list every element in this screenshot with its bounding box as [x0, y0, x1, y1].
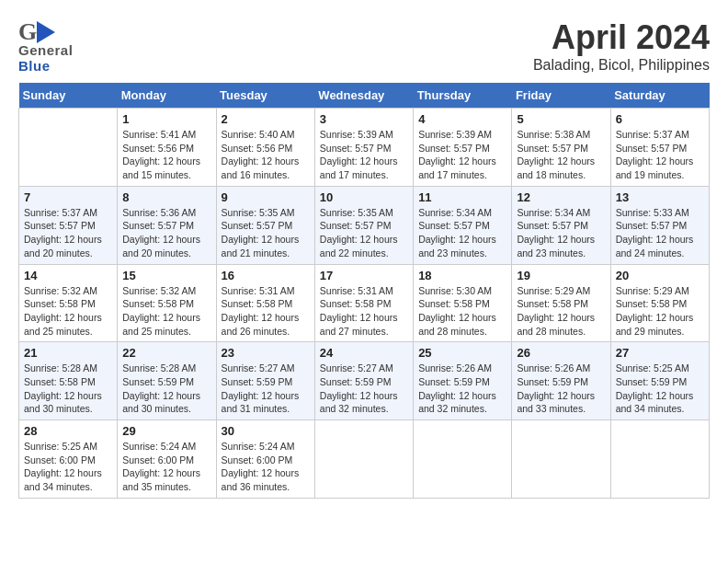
calendar-cell: 23Sunrise: 5:27 AMSunset: 5:59 PMDayligh… [216, 342, 314, 420]
calendar-cell: 11Sunrise: 5:34 AMSunset: 5:57 PMDayligh… [414, 186, 512, 264]
logo-general-text: General [18, 42, 73, 58]
day-info: Sunrise: 5:28 AMSunset: 5:59 PMDaylight:… [122, 362, 210, 416]
day-info: Sunrise: 5:28 AMSunset: 5:58 PMDaylight:… [24, 362, 112, 416]
day-number: 11 [418, 190, 506, 204]
day-info: Sunrise: 5:31 AMSunset: 5:58 PMDaylight:… [320, 284, 408, 339]
calendar-cell: 4Sunrise: 5:39 AMSunset: 5:57 PMDaylight… [414, 109, 512, 187]
day-info: Sunrise: 5:39 AMSunset: 5:57 PMDaylight:… [320, 128, 408, 182]
day-info: Sunrise: 5:32 AMSunset: 5:58 PMDaylight:… [24, 284, 112, 339]
day-number: 28 [24, 424, 112, 438]
calendar-cell: 27Sunrise: 5:25 AMSunset: 5:59 PMDayligh… [610, 342, 709, 420]
calendar-cell: 29Sunrise: 5:24 AMSunset: 6:00 PMDayligh… [118, 420, 216, 499]
day-info: Sunrise: 5:27 AMSunset: 5:59 PMDaylight:… [222, 362, 310, 416]
day-number: 7 [24, 190, 112, 204]
logo-block: G General Blue [18, 18, 73, 74]
calendar-cell: 14Sunrise: 5:32 AMSunset: 5:58 PMDayligh… [19, 264, 118, 342]
calendar-cell: 10Sunrise: 5:35 AMSunset: 5:57 PMDayligh… [314, 186, 413, 264]
svg-marker-0 [37, 21, 55, 43]
logo-arrow-svg [37, 21, 55, 43]
day-info: Sunrise: 5:34 AMSunset: 5:57 PMDaylight:… [517, 206, 605, 260]
day-number: 29 [122, 424, 210, 438]
day-info: Sunrise: 5:38 AMSunset: 5:57 PMDaylight:… [517, 128, 605, 182]
day-number: 21 [24, 346, 112, 360]
day-number: 5 [517, 112, 605, 126]
calendar-week-2: 7Sunrise: 5:37 AMSunset: 5:57 PMDaylight… [19, 186, 710, 264]
calendar-header-friday: Friday [512, 83, 610, 109]
day-number: 17 [320, 269, 408, 282]
calendar-cell: 5Sunrise: 5:38 AMSunset: 5:57 PMDaylight… [512, 109, 610, 187]
calendar-cell: 2Sunrise: 5:40 AMSunset: 5:56 PMDaylight… [216, 109, 314, 187]
logo-text-block: General Blue [18, 42, 73, 74]
day-number: 12 [517, 190, 605, 204]
day-number: 19 [517, 269, 605, 282]
calendar-cell [414, 420, 512, 499]
day-info: Sunrise: 5:29 AMSunset: 5:58 PMDaylight:… [616, 284, 704, 339]
calendar-cell: 16Sunrise: 5:31 AMSunset: 5:58 PMDayligh… [216, 264, 314, 342]
day-number: 26 [517, 346, 605, 360]
calendar-cell [610, 420, 709, 499]
day-number: 23 [222, 346, 310, 360]
day-info: Sunrise: 5:31 AMSunset: 5:58 PMDaylight:… [222, 284, 310, 339]
calendar-cell: 15Sunrise: 5:32 AMSunset: 5:58 PMDayligh… [118, 264, 216, 342]
day-number: 30 [222, 424, 310, 438]
day-info: Sunrise: 5:40 AMSunset: 5:56 PMDaylight:… [222, 128, 310, 182]
day-number: 1 [122, 112, 210, 126]
day-info: Sunrise: 5:33 AMSunset: 5:57 PMDaylight:… [616, 206, 704, 260]
calendar-header-saturday: Saturday [610, 83, 709, 109]
day-info: Sunrise: 5:39 AMSunset: 5:57 PMDaylight:… [418, 128, 506, 182]
day-info: Sunrise: 5:24 AMSunset: 6:00 PMDaylight:… [122, 440, 210, 494]
day-info: Sunrise: 5:36 AMSunset: 5:57 PMDaylight:… [122, 206, 210, 260]
day-number: 2 [222, 112, 310, 126]
calendar-cell: 6Sunrise: 5:37 AMSunset: 5:57 PMDaylight… [610, 109, 709, 187]
page-header: G General Blue April 2024 Balading, Bico… [18, 18, 710, 74]
title-block: April 2024 Balading, Bicol, Philippines [533, 18, 710, 74]
day-info: Sunrise: 5:26 AMSunset: 5:59 PMDaylight:… [418, 362, 506, 416]
day-info: Sunrise: 5:25 AMSunset: 5:59 PMDaylight:… [616, 362, 704, 416]
day-number: 13 [616, 190, 704, 204]
calendar-cell: 17Sunrise: 5:31 AMSunset: 5:58 PMDayligh… [314, 264, 413, 342]
calendar-cell [314, 420, 413, 499]
calendar-cell: 12Sunrise: 5:34 AMSunset: 5:57 PMDayligh… [512, 186, 610, 264]
calendar-cell: 22Sunrise: 5:28 AMSunset: 5:59 PMDayligh… [118, 342, 216, 420]
calendar-cell [512, 420, 610, 499]
calendar-cell: 8Sunrise: 5:36 AMSunset: 5:57 PMDaylight… [118, 186, 216, 264]
day-number: 16 [222, 269, 310, 282]
calendar-header-thursday: Thursday [414, 83, 512, 109]
day-number: 24 [320, 346, 408, 360]
day-number: 14 [24, 269, 112, 282]
calendar-cell: 25Sunrise: 5:26 AMSunset: 5:59 PMDayligh… [414, 342, 512, 420]
calendar-cell: 19Sunrise: 5:29 AMSunset: 5:58 PMDayligh… [512, 264, 610, 342]
calendar-week-5: 28Sunrise: 5:25 AMSunset: 6:00 PMDayligh… [19, 420, 710, 499]
day-info: Sunrise: 5:24 AMSunset: 6:00 PMDaylight:… [222, 440, 310, 494]
calendar-cell: 21Sunrise: 5:28 AMSunset: 5:58 PMDayligh… [19, 342, 118, 420]
calendar-header-wednesday: Wednesday [314, 83, 413, 109]
day-number: 6 [616, 112, 704, 126]
day-info: Sunrise: 5:25 AMSunset: 6:00 PMDaylight:… [24, 440, 112, 494]
calendar-cell: 24Sunrise: 5:27 AMSunset: 5:59 PMDayligh… [314, 342, 413, 420]
calendar-cell: 3Sunrise: 5:39 AMSunset: 5:57 PMDaylight… [314, 109, 413, 187]
day-number: 18 [418, 269, 506, 282]
day-number: 25 [418, 346, 506, 360]
calendar-week-1: 1Sunrise: 5:41 AMSunset: 5:56 PMDaylight… [19, 109, 710, 187]
day-info: Sunrise: 5:41 AMSunset: 5:56 PMDaylight:… [122, 128, 210, 182]
day-info: Sunrise: 5:27 AMSunset: 5:59 PMDaylight:… [320, 362, 408, 416]
day-number: 15 [122, 269, 210, 282]
day-number: 22 [122, 346, 210, 360]
calendar-header-tuesday: Tuesday [216, 83, 314, 109]
calendar-table: SundayMondayTuesdayWednesdayThursdayFrid… [18, 83, 710, 499]
day-number: 27 [616, 346, 704, 360]
logo-blue-text: Blue [18, 58, 73, 74]
calendar-cell: 28Sunrise: 5:25 AMSunset: 6:00 PMDayligh… [19, 420, 118, 499]
day-info: Sunrise: 5:26 AMSunset: 5:59 PMDaylight:… [517, 362, 605, 416]
page-subtitle: Balading, Bicol, Philippines [533, 57, 710, 74]
day-number: 20 [616, 269, 704, 282]
calendar-cell: 30Sunrise: 5:24 AMSunset: 6:00 PMDayligh… [216, 420, 314, 499]
calendar-header-monday: Monday [118, 83, 216, 109]
calendar-header-row: SundayMondayTuesdayWednesdayThursdayFrid… [19, 83, 710, 109]
calendar-header-sunday: Sunday [19, 83, 118, 109]
day-info: Sunrise: 5:37 AMSunset: 5:57 PMDaylight:… [616, 128, 704, 182]
calendar-cell: 20Sunrise: 5:29 AMSunset: 5:58 PMDayligh… [610, 264, 709, 342]
calendar-cell: 26Sunrise: 5:26 AMSunset: 5:59 PMDayligh… [512, 342, 610, 420]
calendar-week-4: 21Sunrise: 5:28 AMSunset: 5:58 PMDayligh… [19, 342, 710, 420]
day-info: Sunrise: 5:35 AMSunset: 5:57 PMDaylight:… [222, 206, 310, 260]
